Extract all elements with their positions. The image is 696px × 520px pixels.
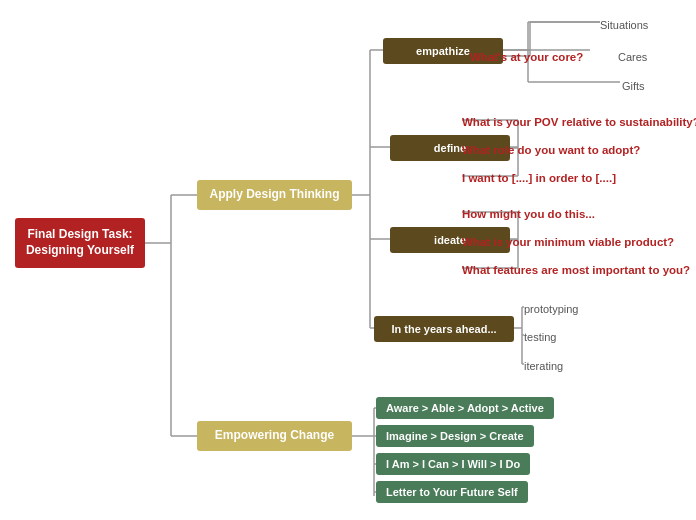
- apply-design-thinking-label: Apply Design Thinking: [197, 180, 352, 210]
- iterating-label: iterating: [524, 360, 563, 372]
- situations-label: Situations: [600, 19, 648, 31]
- apply-design-thinking-node: Apply Design Thinking: [197, 180, 352, 210]
- empowering-change-node: Empowering Change: [197, 421, 352, 451]
- aware-label: Aware > Able > Adopt > Active: [376, 397, 554, 419]
- iam-label: I Am > I Can > I Will > I Do: [376, 453, 530, 475]
- howmight-label: How might you do this...: [462, 208, 595, 220]
- whats-core-label: What's at your core?: [470, 51, 583, 63]
- gifts-label: Gifts: [622, 80, 645, 92]
- empowering-change-label: Empowering Change: [197, 421, 352, 451]
- cares-node: Cares: [618, 47, 647, 65]
- whats-core-node: What's at your core?: [470, 47, 583, 65]
- inyears-node: In the years ahead...: [374, 316, 514, 342]
- inyears-label: In the years ahead...: [374, 316, 514, 342]
- pov-label: What is your POV relative to sustainabil…: [462, 116, 696, 128]
- iwant-label: I want to [....] in order to [....]: [462, 172, 616, 184]
- role-label: What role do you want to adopt?: [462, 144, 640, 156]
- root-label: Final Design Task:Designing Yourself: [15, 218, 145, 268]
- aware-node: Aware > Able > Adopt > Active: [376, 397, 554, 419]
- prototyping-label: prototyping: [524, 303, 578, 315]
- role-node: What role do you want to adopt?: [462, 140, 640, 158]
- gifts-node: Gifts: [622, 76, 645, 94]
- iam-node: I Am > I Can > I Will > I Do: [376, 453, 530, 475]
- features-node: What features are most important to you?: [462, 260, 690, 278]
- features-label: What features are most important to you?: [462, 264, 690, 276]
- root-node: Final Design Task:Designing Yourself: [15, 218, 145, 268]
- letter-label: Letter to Your Future Self: [376, 481, 528, 503]
- howmight-node: How might you do this...: [462, 204, 595, 222]
- mvp-label: What is your minimum viable product?: [462, 236, 674, 248]
- letter-node: Letter to Your Future Self: [376, 481, 528, 503]
- imagine-node: Imagine > Design > Create: [376, 425, 534, 447]
- mvp-node: What is your minimum viable product?: [462, 232, 674, 250]
- imagine-label: Imagine > Design > Create: [376, 425, 534, 447]
- iterating-node: iterating: [524, 356, 563, 374]
- situations-node: Situations: [600, 15, 648, 33]
- prototyping-node: prototyping: [524, 299, 578, 317]
- testing-label: testing: [524, 331, 556, 343]
- pov-node: What is your POV relative to sustainabil…: [462, 112, 696, 130]
- iwant-node: I want to [....] in order to [....]: [462, 168, 616, 186]
- testing-node: testing: [524, 327, 556, 345]
- cares-label: Cares: [618, 51, 647, 63]
